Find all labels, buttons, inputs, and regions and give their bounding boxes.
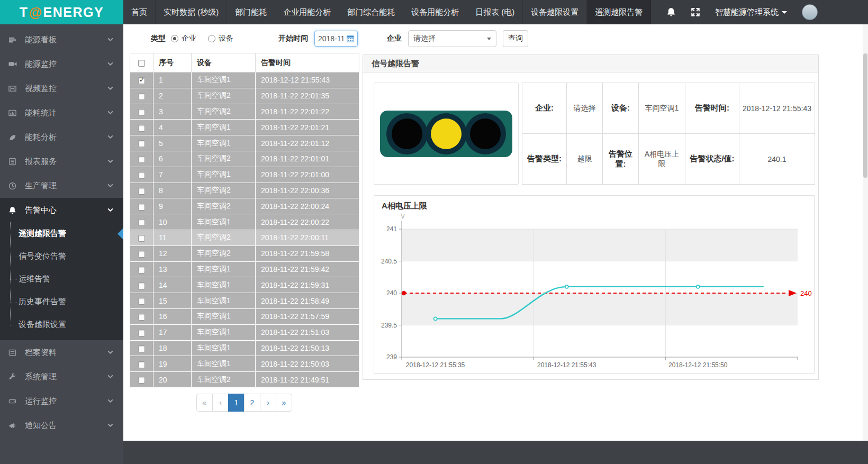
row-checkbox[interactable] <box>138 93 145 100</box>
row-checkbox[interactable] <box>138 204 145 211</box>
page-first-button[interactable]: « <box>196 394 213 412</box>
radio-company[interactable] <box>171 35 178 42</box>
scrollbar-thumb[interactable] <box>863 53 867 178</box>
table-row[interactable]: 12车间空调22018-11-22 21:59:58 <box>130 245 359 261</box>
table-row[interactable]: 10车间空调12018-11-22 22:00:22 <box>130 214 359 230</box>
page-last-button[interactable]: » <box>276 394 292 412</box>
row-checkbox[interactable] <box>138 298 145 305</box>
select-all-checkbox[interactable] <box>138 60 145 67</box>
wrench-icon <box>8 372 19 381</box>
nav-tab-4[interactable]: 企业用能分析 <box>275 0 339 24</box>
nav-tab-5[interactable]: 部门综合能耗 <box>339 0 403 24</box>
row-alarm-time: 2018-11-22 22:01:12 <box>256 135 359 151</box>
y-axis-unit: V <box>401 213 405 220</box>
nav-tab-6[interactable]: 设备用能分析 <box>403 0 467 24</box>
radio-device[interactable] <box>208 35 215 42</box>
row-checkbox[interactable] <box>138 267 145 274</box>
sidebar-item[interactable]: 运行监控 <box>0 389 123 413</box>
sidebar-item-label: 能耗分析 <box>25 132 57 142</box>
nav-tab-8[interactable]: 设备越限设置 <box>523 0 587 24</box>
archive-icon <box>8 348 19 357</box>
row-checkbox[interactable] <box>138 109 145 116</box>
page-next-button[interactable]: › <box>260 394 276 412</box>
table-row[interactable]: 20车间空调22018-11-22 21:49:51 <box>130 372 359 388</box>
top-bar: T@ENERGY 首页实时数据 (秒级)部门能耗企业用能分析部门综合能耗设备用能… <box>0 0 868 24</box>
table-row[interactable]: 14车间空调12018-11-22 21:59:31 <box>130 277 359 293</box>
table-row[interactable]: 8车间空调22018-11-22 22:00:36 <box>130 183 359 198</box>
table-row[interactable]: 13车间空调12018-11-22 21:59:42 <box>130 261 359 277</box>
logo-text-t: T <box>20 5 29 20</box>
sidebar-item[interactable]: 能源看板 <box>0 28 123 52</box>
table-row[interactable]: 7车间空调12018-11-22 22:01:00 <box>130 167 359 183</box>
table-row[interactable]: 6车间空调22018-11-22 22:01:01 <box>130 151 359 167</box>
sidebar-subitem[interactable]: 设备越限设置 <box>0 313 123 336</box>
fullscreen-icon[interactable] <box>691 7 700 17</box>
row-checkbox[interactable] <box>138 283 145 289</box>
table-row[interactable]: 1车间空调12018-12-12 21:55:43 <box>130 72 359 88</box>
row-checkbox[interactable] <box>138 330 145 336</box>
table-row[interactable]: 19车间空调12018-11-22 21:50:03 <box>130 356 359 372</box>
search-button[interactable]: 查询 <box>503 30 528 47</box>
sidebar-item[interactable]: 系统管理 <box>0 365 123 389</box>
sidebar-item[interactable]: 能源监控 <box>0 52 123 76</box>
page-prev-button[interactable]: ‹ <box>212 394 229 412</box>
row-checkbox[interactable] <box>138 77 145 84</box>
row-checkbox[interactable] <box>138 377 145 384</box>
table-row[interactable]: 16车间空调12018-11-22 21:57:59 <box>130 308 359 324</box>
select-all-checkbox-cell <box>130 53 153 72</box>
row-checkbox[interactable] <box>138 251 145 258</box>
table-row[interactable]: 18车间空调12018-11-22 21:50:13 <box>130 340 359 356</box>
row-alarm-time: 2018-11-22 21:58:49 <box>256 293 359 309</box>
user-avatar[interactable] <box>802 4 818 20</box>
sidebar-item[interactable]: 能耗分析 <box>0 125 123 149</box>
row-checkbox[interactable] <box>138 125 145 132</box>
table-row[interactable]: 9车间空调22018-11-22 22:00:24 <box>130 198 359 214</box>
sidebar-subitem[interactable]: 遥测越限告警 <box>0 222 123 245</box>
select-caret-icon <box>487 38 491 40</box>
sidebar-item[interactable]: 生产管理 <box>0 174 123 198</box>
x-tick-label: 2018-12-12 21:55:50 <box>668 361 728 369</box>
table-row[interactable]: 17车间空调12018-11-22 21:51:03 <box>130 324 359 340</box>
nav-tab-7[interactable]: 日报表 (电) <box>467 0 523 24</box>
system-menu[interactable]: 智慧能源管理系统 <box>715 7 787 17</box>
sidebar-item-alarm-center[interactable]: 告警中心 <box>0 198 123 222</box>
row-checkbox[interactable] <box>138 361 145 368</box>
nav-tab-1[interactable]: 首页 <box>123 0 156 24</box>
sidebar-item[interactable]: 报表服务 <box>0 149 123 174</box>
sidebar-subitem[interactable]: 信号变位告警 <box>0 245 123 268</box>
row-checkbox[interactable] <box>138 188 145 195</box>
sidebar-item[interactable]: 通知公告 <box>0 413 123 438</box>
nav-tab-9[interactable]: 遥测越限告警 <box>587 0 651 24</box>
row-checkbox[interactable] <box>138 235 145 242</box>
row-alarm-time: 2018-11-22 22:01:00 <box>256 167 359 183</box>
table-row[interactable]: 4车间空调12018-11-22 22:01:21 <box>130 120 359 135</box>
row-checkbox[interactable] <box>138 345 145 352</box>
sidebar-subitem[interactable]: 运维告警 <box>0 268 123 290</box>
start-time-input[interactable]: 2018-11 <box>314 31 358 47</box>
page-number-button[interactable]: 2 <box>244 394 260 412</box>
nav-tab-3[interactable]: 部门能耗 <box>227 0 275 24</box>
table-row[interactable]: 2车间空调22018-11-22 22:01:35 <box>130 88 359 104</box>
brand-logo[interactable]: T@ENERGY <box>0 0 123 24</box>
sidebar-item[interactable]: 视频监控 <box>0 76 123 101</box>
notification-bell-icon[interactable] <box>666 7 676 17</box>
row-checkbox[interactable] <box>138 172 145 179</box>
table-row[interactable]: 5车间空调12018-11-22 22:01:12 <box>130 135 359 151</box>
page-number-button[interactable]: 1 <box>228 394 245 412</box>
table-row[interactable]: 3车间空调22018-11-22 22:01:22 <box>130 104 359 120</box>
nav-tab-2[interactable]: 实时数据 (秒级) <box>156 0 227 24</box>
sidebar-item[interactable]: 档案资料 <box>0 340 123 365</box>
voltage-chart-card: A相电压上限 241240.5240239.5239V2018-12-12 21… <box>374 195 815 374</box>
company-filter-label: 企业 <box>387 34 402 43</box>
vertical-scrollbar[interactable] <box>863 24 868 441</box>
row-checkbox[interactable] <box>138 314 145 321</box>
row-checkbox[interactable] <box>138 156 145 163</box>
row-checkbox[interactable] <box>138 140 145 147</box>
company-select[interactable]: 请选择 <box>408 30 496 47</box>
sidebar-subitem[interactable]: 历史事件告警 <box>0 290 123 313</box>
row-checkbox[interactable] <box>138 219 145 226</box>
sidebar-item[interactable]: 能耗统计 <box>0 101 123 125</box>
table-row[interactable]: 15车间空调12018-11-22 21:58:49 <box>130 293 359 309</box>
alarm-table: 序号设备告警时间 1车间空调12018-12-12 21:55:432车间空调2… <box>130 53 359 388</box>
table-row[interactable]: 11车间空调22018-11-22 22:00:11 <box>130 230 359 245</box>
